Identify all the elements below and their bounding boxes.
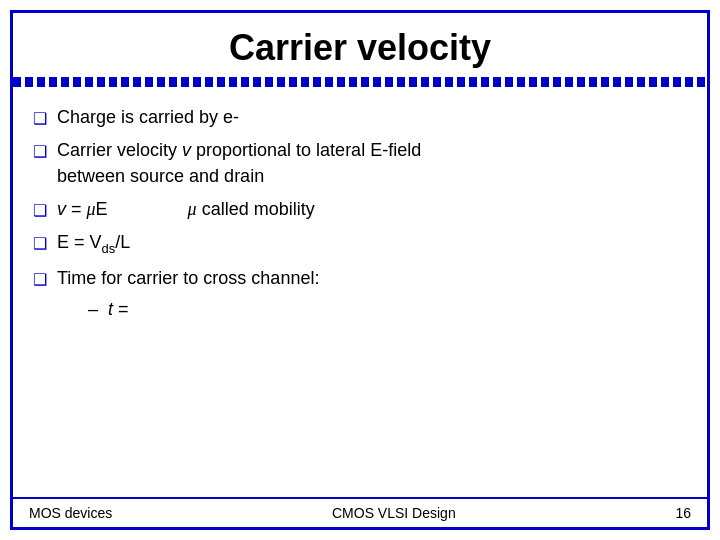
- formula-v: v = μE: [57, 197, 108, 222]
- bullet-icon-1: ❑: [33, 108, 47, 130]
- footer-right: 16: [675, 505, 691, 521]
- formula-e: E = Vds/L: [57, 230, 130, 258]
- bullet-item-1: ❑ Charge is carried by e-: [33, 105, 677, 130]
- bullet-icon-2: ❑: [33, 141, 47, 163]
- divider: [13, 77, 707, 87]
- footer-left: MOS devices: [29, 505, 112, 521]
- bullet-icon-3: ❑: [33, 200, 47, 222]
- bullet-text-1: Charge is carried by e-: [57, 105, 239, 130]
- slide-title: Carrier velocity: [13, 13, 707, 77]
- bullet-text-5: Time for carrier to cross channel:: [57, 266, 319, 291]
- bullet-icon-5: ❑: [33, 269, 47, 291]
- sub-time-item: – t =: [33, 299, 677, 320]
- bullet-item-2: ❑ Carrier velocity v proportional to lat…: [33, 138, 677, 188]
- slide-footer: MOS devices CMOS VLSI Design 16: [13, 497, 707, 527]
- bullet-item-3: ❑ v = μE μ called mobility: [33, 197, 677, 222]
- bullet-icon-4: ❑: [33, 233, 47, 255]
- slide: Carrier velocity ❑ Charge is carried by …: [10, 10, 710, 530]
- mobility-annotation: μ called mobility: [188, 197, 315, 222]
- bullet-text-2: Carrier velocity v proportional to later…: [57, 138, 421, 188]
- bullet-item-4: ❑ E = Vds/L: [33, 230, 677, 258]
- footer-center: CMOS VLSI Design: [332, 505, 456, 521]
- slide-content: ❑ Charge is carried by e- ❑ Carrier velo…: [13, 97, 707, 497]
- formula-row-3: v = μE μ called mobility: [57, 197, 315, 222]
- bullet-item-5: ❑ Time for carrier to cross channel:: [33, 266, 677, 291]
